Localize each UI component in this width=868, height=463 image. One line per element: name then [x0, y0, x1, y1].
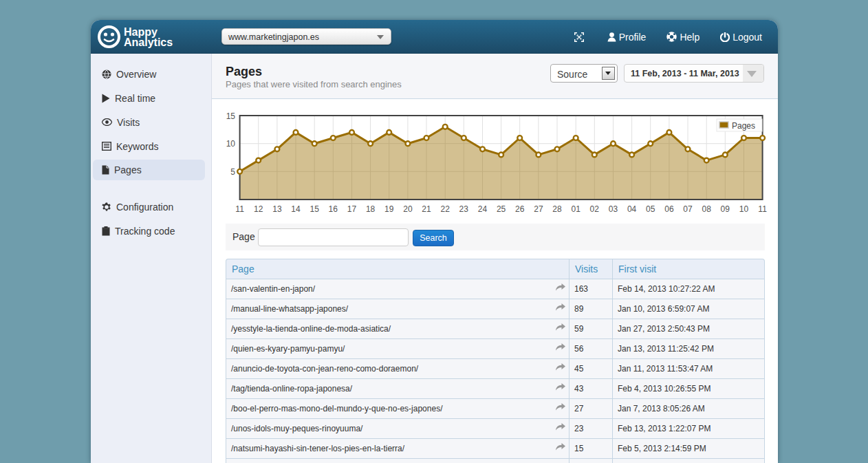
svg-text:27: 27 [534, 204, 543, 214]
svg-text:15: 15 [310, 204, 320, 214]
svg-text:11: 11 [758, 204, 767, 214]
svg-text:26: 26 [515, 204, 525, 214]
svg-text:03: 03 [609, 204, 618, 214]
svg-text:21: 21 [422, 204, 431, 214]
svg-text:Pages: Pages [732, 121, 755, 131]
svg-text:04: 04 [627, 204, 637, 214]
svg-text:5: 5 [230, 167, 235, 177]
svg-text:14: 14 [291, 204, 301, 214]
svg-text:01: 01 [572, 204, 581, 214]
svg-text:12: 12 [254, 204, 263, 214]
svg-text:11: 11 [235, 204, 244, 214]
svg-text:19: 19 [384, 204, 394, 214]
svg-text:24: 24 [478, 204, 488, 214]
svg-text:16: 16 [329, 204, 338, 214]
svg-text:15: 15 [226, 111, 236, 121]
svg-text:07: 07 [683, 204, 693, 214]
svg-text:22: 22 [441, 204, 451, 214]
svg-text:18: 18 [366, 204, 376, 214]
svg-text:13: 13 [272, 204, 282, 214]
svg-text:09: 09 [721, 204, 730, 214]
svg-text:10: 10 [226, 139, 236, 149]
svg-text:02: 02 [590, 204, 600, 214]
svg-text:25: 25 [497, 204, 506, 214]
svg-text:05: 05 [646, 204, 655, 214]
svg-text:08: 08 [702, 204, 712, 214]
svg-text:20: 20 [403, 204, 413, 214]
svg-text:17: 17 [347, 204, 357, 214]
svg-text:23: 23 [459, 204, 469, 214]
svg-text:28: 28 [552, 204, 562, 214]
svg-text:10: 10 [739, 204, 749, 214]
svg-text:06: 06 [664, 204, 674, 214]
